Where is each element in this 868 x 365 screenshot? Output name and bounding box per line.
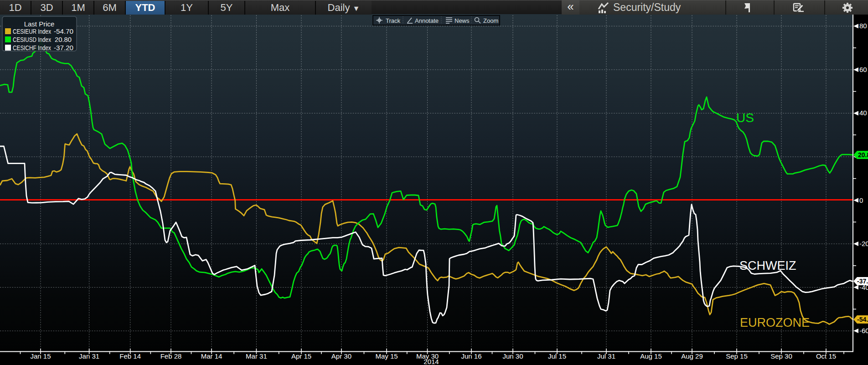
svg-text:20.8: 20.8: [858, 151, 868, 159]
svg-text:Annotate: Annotate: [415, 17, 439, 24]
svg-text:-60: -60: [859, 327, 868, 334]
svg-text:40: 40: [859, 109, 867, 117]
svg-text:News: News: [455, 17, 470, 24]
svg-text:Sep 30: Sep 30: [770, 352, 792, 360]
svg-text:Jun 16: Jun 16: [461, 352, 481, 360]
svg-text:CESICHF Index: CESICHF Index: [13, 44, 51, 51]
svg-text:Feb 14: Feb 14: [119, 352, 141, 360]
svg-text:2014: 2014: [424, 358, 439, 365]
svg-text:20.80: 20.80: [55, 36, 72, 43]
svg-text:Jan 15: Jan 15: [30, 352, 51, 360]
svg-text:CESIUSD Index: CESIUSD Index: [13, 36, 51, 43]
svg-text:Feb 28: Feb 28: [160, 352, 182, 360]
svg-text:-37.20: -37.20: [54, 44, 73, 51]
svg-text:SCHWEIZ: SCHWEIZ: [739, 259, 796, 272]
svg-text:Last Price: Last Price: [24, 20, 55, 28]
svg-text:Jun 30: Jun 30: [502, 352, 523, 360]
svg-text:Jul 15: Jul 15: [548, 352, 566, 360]
svg-text:May 15: May 15: [375, 352, 398, 360]
svg-text:0: 0: [859, 196, 863, 204]
svg-text:-20: -20: [859, 240, 868, 247]
svg-text:Aug 15: Aug 15: [640, 352, 662, 360]
svg-text:Zoom: Zoom: [483, 17, 498, 24]
svg-text:Sep 15: Sep 15: [726, 352, 748, 360]
svg-text:Jan 31: Jan 31: [79, 352, 99, 360]
svg-text:Track: Track: [386, 17, 401, 24]
svg-text:-54.70: -54.70: [54, 28, 73, 35]
svg-text:Apr 30: Apr 30: [331, 352, 351, 360]
svg-text:EUROZONE: EUROZONE: [740, 316, 810, 329]
svg-text:Mar 14: Mar 14: [201, 352, 222, 360]
svg-text:Aug 29: Aug 29: [681, 352, 703, 360]
svg-text:-54.: -54.: [857, 316, 868, 323]
svg-text:-37.: -37.: [857, 278, 868, 285]
svg-text:Oct 15: Oct 15: [816, 352, 836, 360]
svg-text:Jul 31: Jul 31: [597, 352, 615, 360]
svg-text:US: US: [736, 111, 754, 125]
svg-text:80: 80: [859, 22, 867, 30]
svg-text:Mar 31: Mar 31: [246, 352, 267, 360]
svg-text:60: 60: [859, 66, 867, 73]
svg-text:CESIEUR Index: CESIEUR Index: [13, 28, 51, 35]
svg-text:Apr 15: Apr 15: [291, 352, 311, 360]
